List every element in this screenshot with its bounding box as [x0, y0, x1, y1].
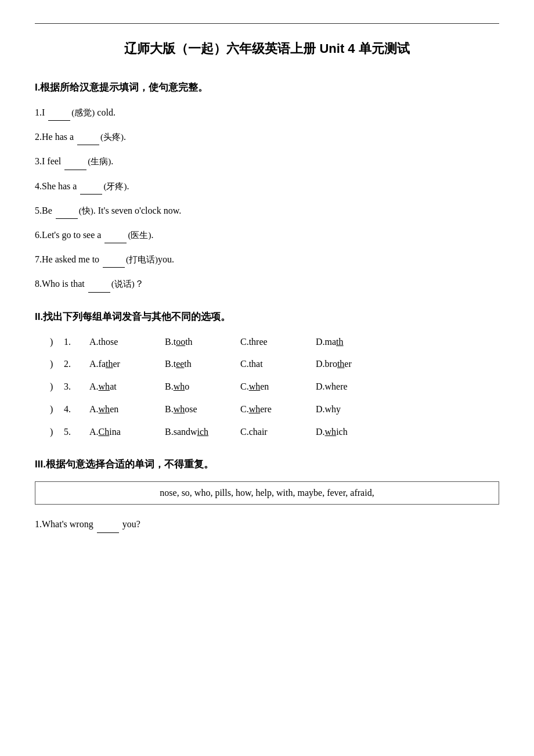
- paren-open-1: [35, 334, 50, 351]
- s3-q1-blank: [97, 516, 119, 532]
- q3-hint: (生病): [88, 157, 111, 166]
- row4-optC: C.where: [240, 401, 316, 418]
- row3-optB: B.who: [165, 379, 240, 395]
- phonetics-row-1: ) 1. A.those B.tooth C.three D.math: [35, 334, 499, 351]
- paren-close-4: ): [50, 401, 64, 418]
- phonetics-row-4: ) 4. A.when B.whose C.where D.why: [35, 401, 499, 418]
- row5-optA: A.China: [89, 424, 165, 441]
- row1-optD: D.math: [316, 334, 391, 351]
- word-bank-text: nose, so, who, pills, how, help, with, m…: [160, 488, 374, 498]
- q3-blank: [64, 153, 86, 170]
- q6-after: .: [151, 230, 153, 240]
- q2-after: .: [124, 132, 126, 142]
- row4-optA: A.when: [89, 401, 165, 418]
- row2-optA: A.father: [89, 356, 165, 373]
- section-2: II.找出下列每组单词发音与其他不同的选项。 ) 1. A.those B.to…: [35, 310, 499, 441]
- q7-blank: [103, 251, 125, 268]
- q8-after: ？: [135, 279, 144, 289]
- s3-q1-before: 1.What's wrong: [35, 519, 96, 529]
- page-title: 辽师大版（一起）六年级英语上册 Unit 4 单元测试: [35, 40, 499, 57]
- row4-num: 4.: [64, 401, 89, 418]
- paren-close-1: ): [50, 334, 64, 351]
- q3-after: .: [111, 156, 113, 166]
- q1-after: cold.: [95, 107, 116, 117]
- q2: 2.He has a (头疼).: [35, 129, 499, 145]
- q5-blank: [56, 203, 78, 219]
- q6: 6.Let's go to see a (医生).: [35, 227, 499, 243]
- section-3-title: III.根据句意选择合适的单词，不得重复。: [35, 458, 499, 471]
- row3-optC: C.when: [240, 379, 316, 395]
- section-1-title: I.根据所给汉意提示填词，使句意完整。: [35, 81, 499, 94]
- section-3: III.根据句意选择合适的单词，不得重复。 nose, so, who, pil…: [35, 458, 499, 532]
- q1: 1.I (感觉) cold.: [35, 105, 499, 121]
- q1-hint: (感觉): [71, 108, 95, 117]
- q3: 3.I feel (生病).: [35, 153, 499, 170]
- q5: 5.Be (快). It's seven o'clock now.: [35, 203, 499, 219]
- row5-optC: C.chair: [240, 424, 316, 441]
- phonetics-row-5: ) 5. A.China B.sandwich C.chair D.which: [35, 424, 499, 441]
- q8-blank: [88, 276, 110, 292]
- q2-hint: (头疼): [100, 132, 124, 142]
- row4-optD: D.why: [316, 401, 391, 418]
- q5-after: . It's seven o'clock now.: [93, 206, 181, 215]
- q7-hint: (打电话): [126, 255, 158, 264]
- word-bank-box: nose, so, who, pills, how, help, with, m…: [35, 481, 499, 505]
- title-text: 辽师大版（一起）六年级英语上册 Unit 4 单元测试: [124, 41, 409, 56]
- row1-optA: A.those: [89, 334, 165, 351]
- top-divider: [35, 23, 499, 24]
- row5-optD: D.which: [316, 424, 391, 441]
- q4: 4.She has a (牙疼).: [35, 178, 499, 195]
- paren-open-2: [35, 356, 50, 373]
- phonetics-row-2: ) 2. A.father B.teeth C.that D.brother: [35, 356, 499, 373]
- q1-blank: [48, 105, 70, 121]
- paren-open-3: [35, 379, 50, 395]
- q2-blank: [77, 129, 99, 145]
- row3-optA: A.what: [89, 379, 165, 395]
- q7-before: 7.He asked me to: [35, 254, 102, 264]
- row1-optC: C.three: [240, 334, 316, 351]
- row4-optB: B.whose: [165, 401, 240, 418]
- s3-q1-after: you?: [120, 519, 140, 529]
- paren-open-4: [35, 401, 50, 418]
- q4-hint: (牙疼): [103, 182, 127, 191]
- q8-before: 8.Who is that: [35, 279, 87, 289]
- row5-num: 5.: [64, 424, 89, 441]
- row1-num: 1.: [64, 334, 89, 351]
- q4-blank: [80, 178, 102, 195]
- q6-before: 6.Let's go to see a: [35, 230, 103, 240]
- q6-blank: [104, 227, 127, 243]
- q4-after: .: [127, 181, 129, 191]
- row3-num: 3.: [64, 379, 89, 395]
- section-2-title: II.找出下列每组单词发音与其他不同的选项。: [35, 310, 499, 323]
- paren-close-3: ): [50, 379, 64, 395]
- section-1: I.根据所给汉意提示填词，使句意完整。 1.I (感觉) cold. 2.He …: [35, 81, 499, 293]
- q8-hint: (说话): [111, 279, 135, 289]
- paren-close-5: ): [50, 424, 64, 441]
- row2-optB: B.teeth: [165, 356, 240, 373]
- paren-close-2: ): [50, 356, 64, 373]
- q6-hint: (医生): [128, 231, 151, 240]
- q8: 8.Who is that (说话)？: [35, 276, 499, 292]
- row2-optD: D.brother: [316, 356, 391, 373]
- paren-open-5: [35, 424, 50, 441]
- phonetics-row-3: ) 3. A.what B.who C.when D.where: [35, 379, 499, 395]
- q2-before: 2.He has a: [35, 132, 76, 142]
- q7: 7.He asked me to (打电话)you.: [35, 251, 499, 268]
- row1-optB: B.tooth: [165, 334, 240, 351]
- row2-num: 2.: [64, 356, 89, 373]
- q3-before: 3.I feel: [35, 156, 63, 166]
- q7-after: you.: [158, 254, 174, 264]
- q5-hint: (快): [79, 206, 93, 215]
- row3-optD: D.where: [316, 379, 391, 395]
- s3-q1: 1.What's wrong you?: [35, 516, 499, 532]
- row2-optC: C.that: [240, 356, 316, 373]
- q5-before: 5.Be: [35, 206, 55, 215]
- row5-optB: B.sandwich: [165, 424, 240, 441]
- q1-before: 1.I: [35, 107, 47, 117]
- q4-before: 4.She has a: [35, 181, 79, 191]
